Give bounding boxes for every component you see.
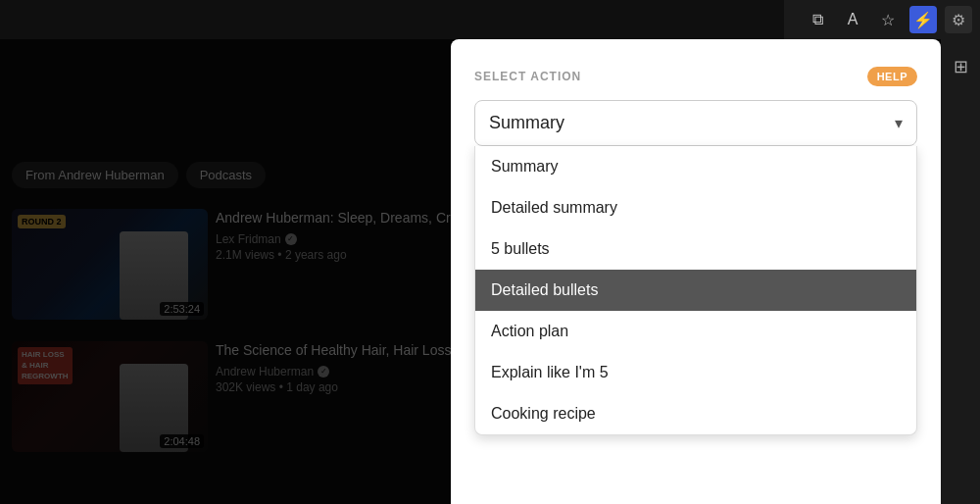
- select-action-label: SELECT ACTION: [474, 70, 581, 83]
- select-action-header: SELECT ACTION HELP: [474, 67, 917, 86]
- right-sidebar: ⊞: [941, 39, 980, 504]
- dropdown-item-action-plan[interactable]: Action plan: [475, 311, 916, 352]
- dropdown-item-detailed-summary[interactable]: Detailed summary: [475, 187, 916, 228]
- dropdown-item-explain-5[interactable]: Explain like I'm 5: [475, 352, 916, 393]
- external-link-icon[interactable]: ⧉: [804, 6, 831, 33]
- add-video-icon[interactable]: ⊞: [945, 51, 976, 82]
- action-dropdown-list: Summary Detailed summary 5 bullets Detai…: [474, 146, 917, 435]
- lightning-icon[interactable]: ⚡: [909, 6, 937, 33]
- star-icon[interactable]: ☆: [874, 6, 902, 33]
- action-dropdown-selected[interactable]: Summary ▾: [474, 100, 917, 146]
- action-panel: SELECT ACTION HELP Summary ▾ Summary Det…: [451, 39, 941, 504]
- dropdown-item-summary[interactable]: Summary: [475, 146, 916, 187]
- dropdown-item-detailed-bullets[interactable]: Detailed bullets: [475, 270, 916, 311]
- help-button[interactable]: HELP: [867, 67, 917, 86]
- dropdown-item-5-bullets[interactable]: 5 bullets: [475, 228, 916, 270]
- text-format-icon[interactable]: A: [839, 6, 866, 33]
- gear-icon[interactable]: ⚙: [945, 6, 972, 33]
- top-toolbar: ⧉ A ☆ ⚡ ⚙: [784, 0, 980, 39]
- dropdown-item-cooking-recipe[interactable]: Cooking recipe: [475, 393, 916, 434]
- selected-action-value: Summary: [489, 113, 564, 133]
- chevron-down-icon: ▾: [895, 114, 903, 132]
